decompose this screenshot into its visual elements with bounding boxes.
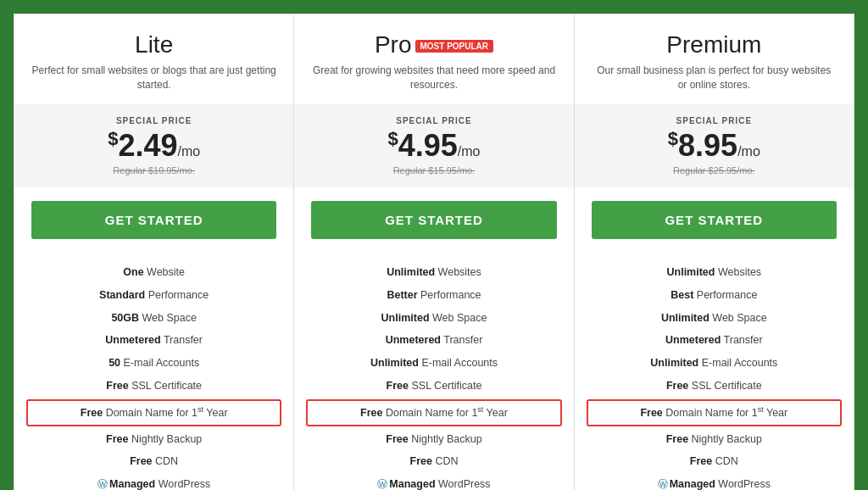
feature-item-pro-5: Free SSL Certificate <box>311 375 556 398</box>
price-section-lite: SPECIAL PRICE$2.49/moRegular $10.95/mo. <box>14 104 293 188</box>
feature-item-lite-9: ⓌManaged WordPress <box>31 473 276 490</box>
get-started-button-premium[interactable]: GET STARTED <box>592 201 837 239</box>
feature-bold-premium-6: Free <box>640 407 662 419</box>
feature-item-lite-8: Free CDN <box>31 450 276 473</box>
feature-item-premium-7: Free Nightly Backup <box>592 428 837 451</box>
plan-header-premium: PremiumOur small business plan is perfec… <box>575 14 854 104</box>
price-dollar-lite: $ <box>108 128 118 149</box>
feature-item-lite-3: Unmetered Transfer <box>31 329 276 352</box>
feature-rest-premium-3: Transfer <box>721 334 762 346</box>
feature-rest-pro-3: Transfer <box>441 334 482 346</box>
feature-bold-premium-3: Unmetered <box>665 334 721 346</box>
plan-subtitle-pro: Great for growing websites that need mor… <box>311 64 556 92</box>
feature-bold-premium-8: Free <box>690 455 712 467</box>
features-section-premium: Unlimited WebsitesBest PerformanceUnlimi… <box>575 253 854 490</box>
feature-bold-lite-9: Managed <box>109 478 155 490</box>
feature-rest-lite-4: E-mail Accounts <box>120 357 199 369</box>
special-price-label-premium: SPECIAL PRICE <box>592 116 837 125</box>
plan-card-pro: ProMOST POPULARGreat for growing website… <box>294 14 574 490</box>
feature-rest-pro-4: E-mail Accounts <box>419 357 498 369</box>
feature-item-pro-4: Unlimited E-mail Accounts <box>311 352 556 375</box>
get-started-button-pro[interactable]: GET STARTED <box>311 201 556 239</box>
feature-rest-premium-1: Performance <box>693 289 757 301</box>
feature-bold-premium-4: Unlimited <box>650 357 698 369</box>
pricing-container: LitePerfect for small websites or blogs … <box>14 14 854 490</box>
plan-header-lite: LitePerfect for small websites or blogs … <box>14 14 293 104</box>
wordpress-icon: Ⓦ <box>377 476 387 490</box>
feature-bold-pro-0: Unlimited <box>387 266 435 278</box>
feature-item-pro-6: Free Domain Name for 1st Year <box>306 399 561 426</box>
feature-rest-lite-2: Web Space <box>139 312 197 324</box>
regular-price-premium: Regular $25.95/mo. <box>592 165 837 175</box>
feature-rest-pro-2: Web Space <box>430 312 487 324</box>
feature-item-premium-9: ⓌManaged WordPress <box>592 473 837 490</box>
features-section-pro: Unlimited WebsitesBetter PerformanceUnli… <box>294 253 573 490</box>
plan-header-pro: ProMOST POPULARGreat for growing website… <box>294 14 573 104</box>
feature-rest-pro-5: SSL Certificate <box>409 380 481 392</box>
feature-bold-lite-4: 50 <box>108 357 120 369</box>
feature-rest-pro-9: WordPress <box>436 478 491 490</box>
plan-subtitle-premium: Our small business plan is perfect for b… <box>592 64 837 92</box>
plan-title-pro: ProMOST POPULAR <box>311 31 556 58</box>
feature-item-pro-7: Free Nightly Backup <box>311 428 556 451</box>
feature-rest-lite-9: WordPress <box>155 478 210 490</box>
feature-rest-pro-7: Nightly Backup <box>409 433 482 445</box>
feature-item-lite-6: Free Domain Name for 1st Year <box>26 399 281 426</box>
feature-bold-lite-8: Free <box>130 455 152 467</box>
plan-subtitle-lite: Perfect for small websites or blogs that… <box>31 64 276 92</box>
feature-item-lite-5: Free SSL Certificate <box>31 375 276 398</box>
feature-rest-pro-1: Performance <box>418 289 481 301</box>
feature-bold-premium-7: Free <box>666 433 688 445</box>
price-dollar-premium: $ <box>668 128 678 149</box>
price-amount-premium: $8.95/mo <box>592 129 837 163</box>
feature-bold-premium-2: Unlimited <box>661 312 709 324</box>
feature-rest-lite-7: Nightly Backup <box>128 433 202 445</box>
feature-bold-pro-6: Free <box>360 407 382 419</box>
feature-rest-pro-6: Domain Name for 1st Year <box>383 407 508 419</box>
wordpress-icon: Ⓦ <box>97 476 108 490</box>
feature-rest-pro-0: Websites <box>435 266 481 278</box>
feature-bold-lite-5: Free <box>106 380 128 392</box>
feature-bold-lite-0: One <box>123 266 143 278</box>
feature-item-premium-8: Free CDN <box>592 450 837 473</box>
plan-card-premium: PremiumOur small business plan is perfec… <box>575 14 854 490</box>
feature-item-pro-8: Free CDN <box>311 450 556 473</box>
regular-price-lite: Regular $10.95/mo. <box>31 165 276 175</box>
feature-rest-premium-7: Nightly Backup <box>688 433 762 445</box>
feature-item-lite-0: One Website <box>31 261 276 284</box>
feature-bold-lite-2: 50GB <box>111 312 139 324</box>
feature-bold-pro-1: Better <box>387 289 417 301</box>
feature-bold-lite-6: Free <box>81 407 103 419</box>
feature-bold-pro-3: Unmetered <box>386 334 441 346</box>
feature-item-pro-3: Unmetered Transfer <box>311 329 556 352</box>
feature-rest-lite-8: CDN <box>153 455 179 467</box>
feature-item-pro-1: Better Performance <box>311 284 556 307</box>
feature-rest-premium-2: Web Space <box>709 312 767 324</box>
feature-bold-lite-7: Free <box>106 433 128 445</box>
feature-rest-lite-1: Performance <box>145 289 209 301</box>
price-suffix-pro: /mo <box>458 144 481 159</box>
get-started-button-lite[interactable]: GET STARTED <box>31 201 276 239</box>
special-price-label-lite: SPECIAL PRICE <box>31 116 276 125</box>
most-popular-badge: MOST POPULAR <box>415 40 494 53</box>
feature-item-premium-6: Free Domain Name for 1st Year <box>587 399 842 426</box>
feature-item-premium-4: Unlimited E-mail Accounts <box>592 352 837 375</box>
feature-item-premium-0: Unlimited Websites <box>592 261 837 284</box>
feature-bold-pro-2: Unlimited <box>381 312 430 324</box>
feature-item-premium-1: Best Performance <box>592 284 837 307</box>
cta-section-premium: GET STARTED <box>575 187 854 253</box>
feature-rest-lite-5: SSL Certificate <box>129 380 202 392</box>
feature-bold-lite-1: Standard <box>99 289 145 301</box>
feature-rest-premium-5: SSL Certificate <box>688 380 761 392</box>
feature-rest-premium-8: CDN <box>712 455 738 467</box>
features-section-lite: One WebsiteStandard Performance50GB Web … <box>14 253 293 490</box>
feature-bold-premium-1: Best <box>670 289 693 301</box>
feature-item-premium-2: Unlimited Web Space <box>592 307 837 330</box>
plan-title-lite: Lite <box>31 31 276 58</box>
feature-item-pro-9: ⓌManaged WordPress <box>311 473 556 490</box>
feature-bold-pro-7: Free <box>386 433 408 445</box>
feature-rest-premium-4: E-mail Accounts <box>698 357 777 369</box>
price-dollar-pro: $ <box>387 128 398 149</box>
price-suffix-lite: /mo <box>177 144 200 159</box>
price-section-pro: SPECIAL PRICE$4.95/moRegular $15.95/mo. <box>294 104 573 188</box>
